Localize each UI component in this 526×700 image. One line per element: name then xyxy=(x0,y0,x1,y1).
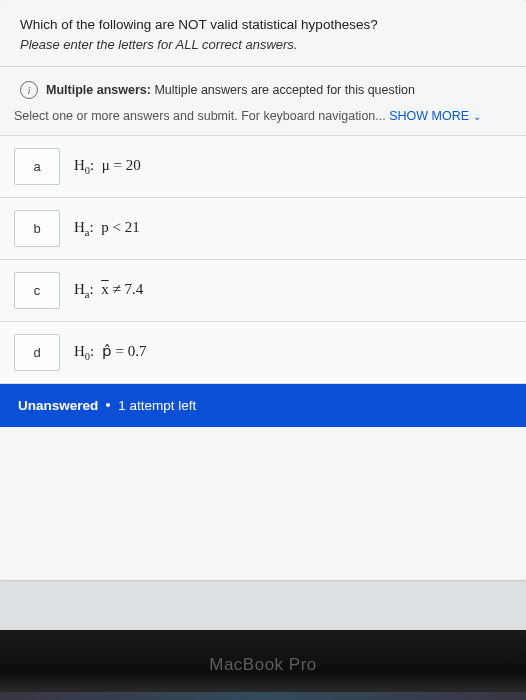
option-c[interactable]: c Ha: x ≠ 7.4 xyxy=(0,260,526,322)
option-letter: d xyxy=(14,334,60,371)
option-b[interactable]: b Ha: p < 21 xyxy=(0,198,526,260)
option-letter: c xyxy=(14,272,60,309)
device-label: MacBook Pro xyxy=(209,655,317,675)
question-header: Which of the following are NOT valid sta… xyxy=(0,0,526,67)
option-a[interactable]: a H0: μ = 20 xyxy=(0,136,526,198)
question-title: Which of the following are NOT valid sta… xyxy=(20,16,506,35)
show-more-link[interactable]: SHOW MORE ⌄ xyxy=(389,109,480,123)
attempts-left: 1 attempt left xyxy=(118,398,196,413)
option-content: H0: p̂ = 0.7 xyxy=(60,342,146,362)
multiple-answers-notice: i Multiple answers: Multiple answers are… xyxy=(0,67,526,109)
info-icon: i xyxy=(20,81,38,99)
option-content: H0: μ = 20 xyxy=(60,157,141,176)
multiple-answers-text: Multiple answers: Multiple answers are a… xyxy=(46,83,415,97)
multiple-answers-label: Multiple answers: xyxy=(46,83,151,97)
answer-options: a H0: μ = 20 b Ha: p < 21 c Ha: x ≠ 7.4 … xyxy=(0,135,526,384)
option-d[interactable]: d H0: p̂ = 0.7 xyxy=(0,322,526,384)
show-more-label: SHOW MORE xyxy=(389,109,469,123)
option-content: Ha: x ≠ 7.4 xyxy=(60,281,143,300)
status-separator xyxy=(106,403,110,407)
keyboard-nav-hint: Select one or more answers and submit. F… xyxy=(0,109,526,135)
device-bezel: MacBook Pro xyxy=(0,630,526,700)
multiple-answers-desc: Multiple answers are accepted for this q… xyxy=(154,83,415,97)
status-state: Unanswered xyxy=(18,398,98,413)
status-bar[interactable]: Unanswered 1 attempt left xyxy=(0,384,526,427)
option-content: Ha: p < 21 xyxy=(60,219,140,238)
question-card: Which of the following are NOT valid sta… xyxy=(0,0,526,580)
chevron-down-icon: ⌄ xyxy=(473,111,481,122)
option-letter: b xyxy=(14,210,60,247)
nav-hint-text: Select one or more answers and submit. F… xyxy=(14,109,389,123)
question-instruction: Please enter the letters for ALL correct… xyxy=(20,37,506,52)
option-letter: a xyxy=(14,148,60,185)
bezel-reflection xyxy=(0,692,526,700)
